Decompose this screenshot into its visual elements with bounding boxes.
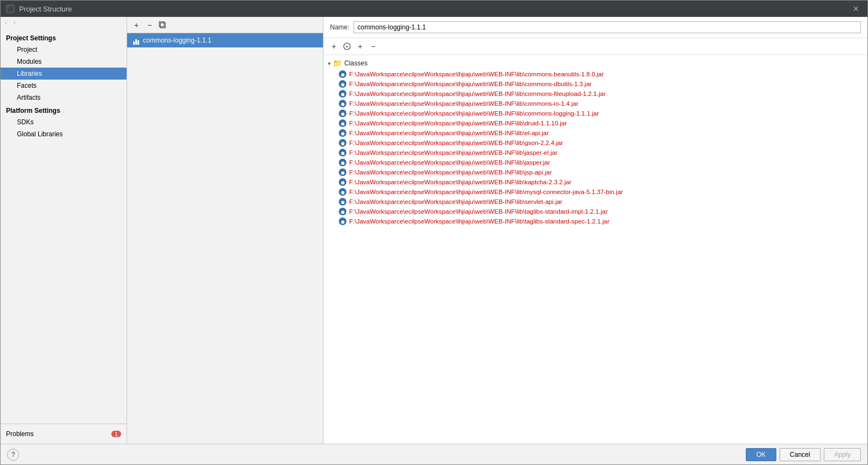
window-title: Project Structure xyxy=(19,5,72,13)
class-item: ⬤F:\JavaWorksparce\ecilpseWorkspace\lhji… xyxy=(324,128,867,138)
class-item: ⬤F:\JavaWorksparce\ecilpseWorkspace\lhji… xyxy=(324,108,867,118)
right-toolbar: + + + − xyxy=(324,38,867,55)
jar-icon: ⬤ xyxy=(339,178,346,186)
sidebar-item-sdks[interactable]: SDKs xyxy=(1,116,127,128)
class-item: ⬤F:\JavaWorksparce\ecilpseWorkspace\lhji… xyxy=(324,89,867,99)
class-path: F:\JavaWorksparce\ecilpseWorkspace\lhjia… xyxy=(349,198,562,205)
jar-icon: ⬤ xyxy=(339,80,346,88)
jar-icon: ⬤ xyxy=(339,70,346,78)
sidebar-item-artifacts[interactable]: Artifacts xyxy=(1,92,127,104)
class-path: F:\JavaWorksparce\ecilpseWorkspace\lhjia… xyxy=(349,169,552,176)
cancel-button[interactable]: Cancel xyxy=(780,448,821,461)
class-path: F:\JavaWorksparce\ecilpseWorkspace\lhjia… xyxy=(349,120,567,126)
sidebar-item-libraries[interactable]: Libraries xyxy=(1,68,127,80)
class-path: F:\JavaWorksparce\ecilpseWorkspace\lhjia… xyxy=(349,179,571,185)
back-button[interactable]: ‹ xyxy=(3,17,10,28)
nav-back-forward: ‹ › xyxy=(1,17,127,28)
jar-icon: ⬤ xyxy=(339,208,346,215)
library-icon xyxy=(131,36,140,45)
class-item: ⬤F:\JavaWorksparce\ecilpseWorkspace\lhji… xyxy=(324,99,867,108)
class-item: ⬤F:\JavaWorksparce\ecilpseWorkspace\lhji… xyxy=(324,69,867,79)
close-button[interactable]: ✕ xyxy=(850,3,862,15)
class-path: F:\JavaWorksparce\ecilpseWorkspace\lhjia… xyxy=(349,149,558,156)
app-icon: ⬛ xyxy=(6,4,15,13)
classes-label: Classes xyxy=(344,59,368,67)
svg-rect-1 xyxy=(159,22,164,27)
left-bottom: Problems 1 xyxy=(1,424,127,444)
sidebar-item-project[interactable]: Project xyxy=(1,44,127,56)
left-nav: Project Settings Project Modules Librari… xyxy=(1,28,127,424)
ok-button[interactable]: OK xyxy=(746,448,776,461)
copy-library-button[interactable] xyxy=(157,19,169,31)
apply-button[interactable]: Apply xyxy=(824,448,861,461)
class-path: F:\JavaWorksparce\ecilpseWorkspace\lhjia… xyxy=(349,110,599,117)
class-item: ⬤F:\JavaWorksparce\ecilpseWorkspace\lhji… xyxy=(324,79,867,89)
problems-row[interactable]: Problems 1 xyxy=(1,427,127,440)
class-item: ⬤F:\JavaWorksparce\ecilpseWorkspace\lhji… xyxy=(324,158,867,167)
class-item: ⬤F:\JavaWorksparce\ecilpseWorkspace\lhji… xyxy=(324,138,867,148)
class-path: F:\JavaWorksparce\ecilpseWorkspace\lhjia… xyxy=(349,208,608,215)
bottom-bar: ? OK Cancel Apply xyxy=(1,444,867,464)
copy-icon xyxy=(159,21,166,29)
classes-list: ⬤F:\JavaWorksparce\ecilpseWorkspace\lhji… xyxy=(324,69,867,226)
class-path: F:\JavaWorksparce\ecilpseWorkspace\lhjia… xyxy=(349,90,606,97)
name-input[interactable] xyxy=(354,21,861,33)
main-content: ‹ › Project Settings Project Modules Lib… xyxy=(1,17,867,444)
expand-arrow-icon: ▾ xyxy=(328,61,331,67)
name-row: Name: xyxy=(324,17,867,38)
jar-icon: ⬤ xyxy=(339,139,346,147)
folder-icon: 📁 xyxy=(333,59,342,68)
jar-icon: ⬤ xyxy=(339,198,346,206)
class-path: F:\JavaWorksparce\ecilpseWorkspace\lhjia… xyxy=(349,130,549,136)
library-item[interactable]: commons-logging-1.1.1 xyxy=(127,33,323,47)
forward-button[interactable]: › xyxy=(11,17,18,28)
sidebar-item-modules[interactable]: Modules xyxy=(1,56,127,68)
class-path: F:\JavaWorksparce\ecilpseWorkspace\lhjia… xyxy=(349,159,550,166)
project-settings-header: Project Settings xyxy=(1,31,127,44)
help-button[interactable]: ? xyxy=(7,449,19,461)
right-panel: Name: + + + − ▾ 📁 xyxy=(324,17,867,444)
jar-icon: ⬤ xyxy=(339,149,346,156)
library-list: commons-logging-1.1.1 xyxy=(127,33,323,444)
jar-icon: ⬤ xyxy=(339,119,346,127)
jar-icon: ⬤ xyxy=(339,100,346,107)
library-name: commons-logging-1.1.1 xyxy=(143,37,211,44)
left-panel: ‹ › Project Settings Project Modules Lib… xyxy=(1,17,127,444)
class-item: ⬤F:\JavaWorksparce\ecilpseWorkspace\lhji… xyxy=(324,187,867,197)
add-library-button[interactable]: + xyxy=(130,19,142,31)
class-item: ⬤F:\JavaWorksparce\ecilpseWorkspace\lhji… xyxy=(324,118,867,128)
class-path: F:\JavaWorksparce\ecilpseWorkspace\lhjia… xyxy=(349,218,609,225)
class-item: ⬤F:\JavaWorksparce\ecilpseWorkspace\lhji… xyxy=(324,148,867,158)
remove-library-button[interactable]: − xyxy=(143,19,155,31)
class-item: ⬤F:\JavaWorksparce\ecilpseWorkspace\lhji… xyxy=(324,167,867,177)
project-structure-window: ⬛ Project Structure ✕ ‹ › Project Settin… xyxy=(0,0,868,465)
class-path: F:\JavaWorksparce\ecilpseWorkspace\lhjia… xyxy=(349,81,591,87)
title-bar-left: ⬛ Project Structure xyxy=(6,4,72,13)
add-special-class-button[interactable]: + xyxy=(341,40,353,52)
problems-badge: 1 xyxy=(111,431,121,437)
remove-class-button[interactable]: − xyxy=(367,40,379,52)
sidebar-item-global-libraries[interactable]: Global Libraries xyxy=(1,128,127,140)
bottom-left: ? xyxy=(7,449,19,461)
class-path: F:\JavaWorksparce\ecilpseWorkspace\lhjia… xyxy=(349,140,563,146)
class-path: F:\JavaWorksparce\ecilpseWorkspace\lhjia… xyxy=(349,189,623,195)
svg-text:+: + xyxy=(345,44,349,50)
title-bar: ⬛ Project Structure ✕ xyxy=(1,1,867,17)
add-extra-class-button[interactable]: + xyxy=(354,40,366,52)
jar-icon: ⬤ xyxy=(339,159,346,166)
sidebar-item-facets[interactable]: Facets xyxy=(1,80,127,92)
class-item: ⬤F:\JavaWorksparce\ecilpseWorkspace\lhji… xyxy=(324,216,867,226)
jar-icon: ⬤ xyxy=(339,168,346,176)
add-class-button[interactable]: + xyxy=(328,40,340,52)
add-special-icon: + xyxy=(343,42,351,51)
class-path: F:\JavaWorksparce\ecilpseWorkspace\lhjia… xyxy=(349,100,578,107)
center-panel: + − commons-logging-1.1.1 xyxy=(127,17,324,444)
jar-icon: ⬤ xyxy=(339,90,346,98)
class-item: ⬤F:\JavaWorksparce\ecilpseWorkspace\lhji… xyxy=(324,207,867,216)
jar-icon: ⬤ xyxy=(339,129,346,137)
name-label: Name: xyxy=(330,23,349,31)
svg-rect-0 xyxy=(160,23,165,28)
bottom-right: OK Cancel Apply xyxy=(746,448,861,461)
jar-icon: ⬤ xyxy=(339,188,346,196)
jar-icon: ⬤ xyxy=(339,110,346,117)
